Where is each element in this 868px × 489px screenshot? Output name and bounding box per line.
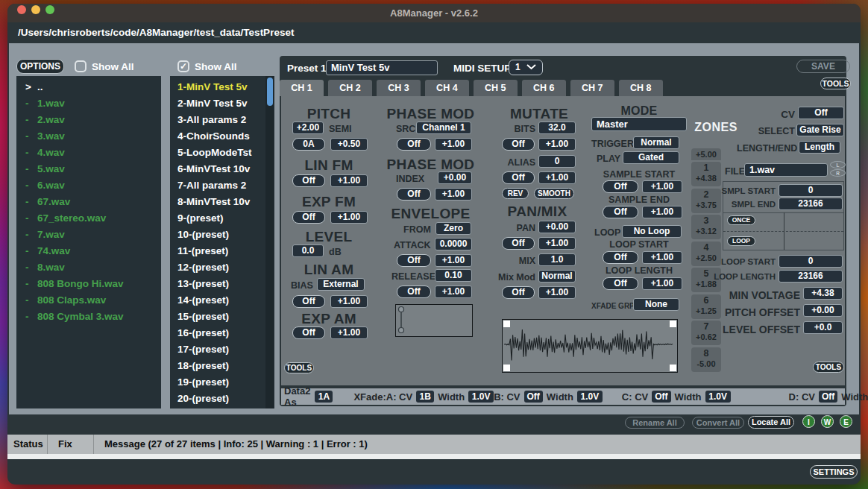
preset-list-item[interactable]: 15-(preset) bbox=[170, 309, 274, 325]
waveform-handle-top-left[interactable] bbox=[503, 321, 510, 327]
pitch-offset-field[interactable]: +0.00 bbox=[803, 304, 843, 317]
preset-list-item[interactable]: 12-(preset) bbox=[170, 259, 274, 276]
preset-list-item[interactable]: 19-(preset) bbox=[170, 374, 274, 391]
envelope-from-dropdown[interactable]: Zero bbox=[435, 222, 471, 235]
phase-mod-index-field[interactable]: +0.00 bbox=[438, 171, 472, 184]
play-dropdown[interactable]: Gated bbox=[623, 151, 679, 164]
file-list-item[interactable]: -7.wav bbox=[16, 227, 161, 243]
level-offset-field[interactable]: +0.0 bbox=[803, 321, 843, 334]
preset-list-item[interactable]: 17-(preset) bbox=[170, 341, 274, 358]
preset-list-item[interactable]: 6-MinVTest 10v bbox=[170, 161, 274, 177]
channel-tab[interactable]: CH 3 bbox=[377, 80, 421, 96]
sample-end-cv-button[interactable]: Off bbox=[603, 206, 638, 218]
xfade-cv-chip[interactable]: Off bbox=[524, 391, 543, 403]
midi-setup-dropdown[interactable]: 1 bbox=[509, 60, 543, 75]
phase-mod-cv-button[interactable]: Off bbox=[397, 138, 431, 151]
channel-tab[interactable]: CH 2 bbox=[328, 80, 372, 96]
mode-dropdown[interactable]: Master bbox=[591, 117, 687, 131]
preset-list-item[interactable]: 4-ChoirSounds bbox=[170, 128, 274, 145]
preset-list-item[interactable]: 2-MinV Test 5v bbox=[170, 95, 274, 112]
zone-select-dropdown[interactable]: Gate Rise bbox=[796, 124, 844, 136]
preset-list-item[interactable]: 3-All params 2 bbox=[170, 112, 274, 128]
loop-length-cv-button[interactable]: Off bbox=[603, 277, 638, 290]
lin-am-cv-button[interactable]: Off bbox=[292, 295, 325, 308]
file-list-item[interactable]: >.. bbox=[16, 79, 161, 95]
level-value-field[interactable]: 0.0 bbox=[292, 245, 324, 257]
preset-list-item[interactable]: 16-(preset) bbox=[170, 325, 274, 341]
options-button[interactable]: OPTIONS bbox=[16, 59, 64, 74]
loop-once-button[interactable]: ONCE bbox=[727, 215, 755, 225]
xfade-width-chip[interactable]: 1.0V bbox=[705, 391, 731, 403]
zone-cell[interactable]: 3 +3.12 bbox=[691, 215, 721, 239]
convert-all-button[interactable]: Convert All bbox=[692, 417, 744, 429]
mutate-rev-button[interactable]: REV bbox=[502, 188, 529, 199]
top-tools-button[interactable]: TOOLS bbox=[820, 78, 851, 89]
mutate-bits-cv-button[interactable]: Off bbox=[502, 138, 535, 151]
lin-fm-cv-button[interactable]: Off bbox=[292, 174, 325, 187]
waveform-handle-bottom-left[interactable] bbox=[503, 365, 510, 371]
data2-as-chip[interactable]: 1A bbox=[315, 391, 333, 403]
mix-mod-dropdown[interactable]: Normal bbox=[538, 270, 576, 283]
smpl-start-field[interactable]: 0 bbox=[779, 184, 843, 197]
mix-amount-field[interactable]: +1.00 bbox=[538, 286, 576, 299]
mutate-smooth-button[interactable]: SMOOTH bbox=[534, 188, 574, 199]
xfade-cv-chip[interactable]: 1B bbox=[416, 391, 434, 403]
file-list-item[interactable]: -5.wav bbox=[16, 161, 161, 177]
status-badge[interactable]: I bbox=[802, 415, 815, 428]
xfade-width-chip[interactable]: 1.0V bbox=[468, 391, 494, 403]
mutate-alias-field[interactable]: 0 bbox=[538, 155, 576, 168]
pan-cv-button[interactable]: Off bbox=[502, 237, 535, 250]
zone-cell[interactable]: 6 +1.25 bbox=[691, 294, 721, 319]
trigger-dropdown[interactable]: Normal bbox=[633, 136, 679, 149]
loop-dropdown[interactable]: No Loop bbox=[622, 225, 682, 238]
mutate-bits-field[interactable]: 32.0 bbox=[538, 122, 576, 134]
pitch-value-field[interactable]: +2.00 bbox=[292, 122, 324, 134]
mutate-alias-amount-field[interactable]: +1.00 bbox=[538, 171, 576, 184]
preset-list-item[interactable]: 13-(preset) bbox=[170, 276, 274, 292]
phase-mod-amount-field[interactable]: +1.00 bbox=[435, 138, 472, 151]
lin-am-bias-dropdown[interactable]: External bbox=[317, 278, 365, 291]
preset-list-item[interactable]: 18-(preset) bbox=[170, 358, 274, 374]
file-list-item[interactable]: -2.wav bbox=[16, 112, 161, 128]
file-list-item[interactable]: -67_stereo.wav bbox=[16, 210, 161, 227]
phase-mod-index-cv-button[interactable]: Off bbox=[397, 188, 431, 201]
sample-end-amount-field[interactable]: +1.00 bbox=[642, 206, 682, 218]
channel-tab[interactable]: CH 4 bbox=[425, 80, 469, 96]
sample-start-cv-button[interactable]: Off bbox=[603, 180, 638, 193]
zone-cell[interactable]: 7 +0.62 bbox=[691, 321, 721, 345]
mix-field[interactable]: 1.0 bbox=[538, 253, 576, 266]
file-list-item[interactable]: -3.wav bbox=[16, 128, 161, 145]
zone-cv-dropdown[interactable]: Off bbox=[798, 107, 844, 119]
preset-list-item[interactable]: 20-(preset) bbox=[170, 391, 274, 407]
channel-tab[interactable]: CH 8 bbox=[619, 80, 663, 96]
zone-cell[interactable]: 2 +3.75 bbox=[691, 189, 721, 213]
preset-show-all-checkbox[interactable]: ✓ bbox=[177, 60, 189, 72]
phase-mod-index-amount-field[interactable]: +1.00 bbox=[435, 188, 472, 201]
envelope-attack-amount-field[interactable]: +1.00 bbox=[435, 254, 472, 267]
waveform-handle-top-right[interactable] bbox=[670, 321, 676, 327]
preset-list-item[interactable]: 10-(preset) bbox=[170, 227, 274, 243]
file-list-item[interactable]: -8.wav bbox=[16, 259, 161, 276]
channel-tab[interactable]: CH 6 bbox=[522, 80, 566, 96]
preset-list-item[interactable]: 9-(preset) bbox=[170, 210, 274, 227]
envelope-release-amount-field[interactable]: +1.00 bbox=[435, 285, 472, 298]
pan-field[interactable]: +0.00 bbox=[538, 221, 576, 233]
exp-fm-amount-field[interactable]: +1.00 bbox=[330, 211, 368, 224]
preset-list-item[interactable]: 14-(preset) bbox=[170, 292, 274, 309]
preset-list-item[interactable]: 11-(preset) bbox=[170, 243, 274, 259]
channel-tools-button[interactable]: TOOLS bbox=[284, 362, 314, 373]
file-list-item[interactable]: -74.wav bbox=[16, 243, 161, 259]
pitch-cv-amount-field[interactable]: +0.50 bbox=[330, 138, 368, 151]
file-show-all-checkbox[interactable] bbox=[75, 60, 87, 72]
xfade-cv-chip[interactable]: Off bbox=[819, 391, 837, 403]
loop-start-amount-field[interactable]: +1.00 bbox=[642, 251, 682, 264]
preset-scrollbar-thumb[interactable] bbox=[267, 78, 273, 106]
rename-all-button[interactable]: Rename All bbox=[625, 417, 685, 429]
xfade-grp-dropdown[interactable]: None bbox=[633, 298, 679, 311]
loop-loop-button[interactable]: LOOP bbox=[727, 236, 755, 246]
min-voltage-field[interactable]: +4.38 bbox=[803, 287, 843, 300]
zone-loop-start-field[interactable]: 0 bbox=[779, 255, 843, 268]
channel-tab[interactable]: CH 1 bbox=[280, 80, 324, 96]
zone-loop-length-field[interactable]: 23166 bbox=[779, 270, 843, 283]
file-list-item[interactable]: -6.wav bbox=[16, 177, 161, 194]
